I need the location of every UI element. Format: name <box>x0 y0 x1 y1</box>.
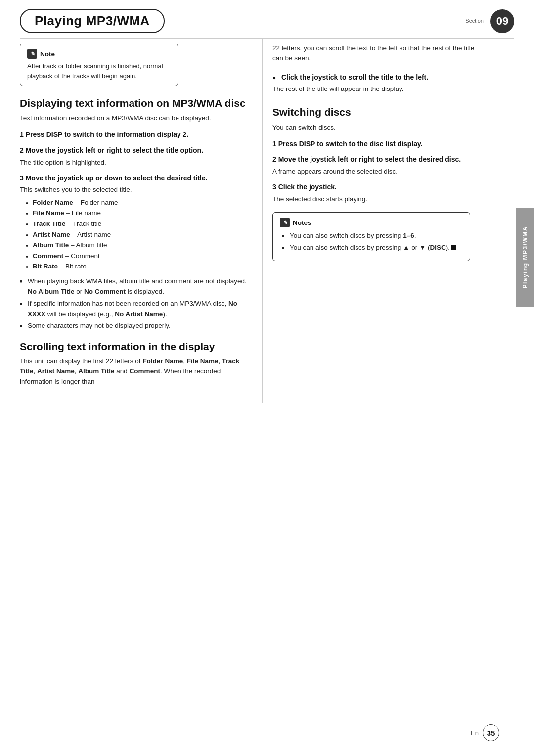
sidebar-tab-text: Playing MP3/WMA <box>522 226 529 289</box>
list-item: File Name – File name <box>26 208 247 219</box>
switching-section: Switching discs You can switch discs. 1 … <box>272 106 485 261</box>
notes-list: You can also switch discs by pressing 1–… <box>282 230 463 253</box>
note-header: ✎ Note <box>27 49 171 59</box>
sw-step2-heading: 2 Move the joystick left or right to sel… <box>272 155 485 165</box>
list-item: You can also switch discs by pressing 1–… <box>282 230 463 241</box>
list-item: Comment – Comment <box>26 251 247 262</box>
scrolling-heading: Scrolling text information in the displa… <box>20 340 247 353</box>
footer: En 35 <box>471 724 499 741</box>
sidebar-tab: Playing MP3/WMA <box>516 208 534 307</box>
list-item: Track Title – Track title <box>26 219 247 229</box>
title-box: Playing MP3/WMA <box>20 9 165 33</box>
footer-page-number: 35 <box>483 724 499 741</box>
note-label: Note <box>40 50 55 58</box>
header: Playing MP3/WMA Section 09 <box>0 0 534 33</box>
sw-step1-heading: 1 Press DISP to switch to the disc list … <box>272 139 485 149</box>
sw-step3-heading: 3 Click the joystick. <box>272 182 485 192</box>
switching-heading: Switching discs <box>272 106 485 118</box>
list-item: You can also switch discs by pressing ▲ … <box>282 242 463 253</box>
continuation-text: 22 letters, you can scroll the text to t… <box>272 44 485 64</box>
list-item: Some characters may not be displayed pro… <box>20 320 247 331</box>
step2-text: The title option is highlighted. <box>20 158 247 168</box>
notes-label: Notes <box>293 219 312 226</box>
main-content: ✎ Note After track or folder scanning is… <box>0 39 534 403</box>
list-item: When playing back WMA files, album title… <box>20 276 247 297</box>
section-number: 09 <box>490 9 514 33</box>
list-item: Artist Name – Artist name <box>26 229 247 240</box>
sw-step3-text: The selected disc starts playing. <box>272 194 485 204</box>
note-box: ✎ Note After track or folder scanning is… <box>20 44 178 86</box>
list-item: Bit Rate – Bit rate <box>26 261 247 272</box>
list-item: If specific information has not been rec… <box>20 298 247 319</box>
page-title: Playing MP3/WMA <box>35 13 150 28</box>
header-right: Section 09 <box>465 9 514 33</box>
note-text: After track or folder scanning is finish… <box>27 61 171 81</box>
notes-box: ✎ Notes You can also switch discs by pre… <box>272 212 470 261</box>
step1-heading: 1 Press DISP to switch to the informatio… <box>20 130 247 140</box>
left-column: ✎ Note After track or folder scanning is… <box>0 39 262 403</box>
page-container: Playing MP3/WMA Section 09 ✎ Note After … <box>0 0 534 756</box>
stop-icon <box>451 245 456 250</box>
note-icon: ✎ <box>27 49 37 59</box>
scrolling-intro: This unit can display the first 22 lette… <box>20 356 247 387</box>
switching-intro: You can switch discs. <box>272 123 485 133</box>
notes-icon: ✎ <box>280 218 290 227</box>
list-item: Folder Name – Folder name <box>26 197 247 208</box>
notes-header: ✎ Notes <box>280 218 463 227</box>
bullet-step-heading: Click the joystick to scroll the title t… <box>272 73 485 83</box>
bullet-step-text: The rest of the title will appear in the… <box>272 84 485 94</box>
square-bullet-list: When playing back WMA files, album title… <box>20 276 247 331</box>
section-label: Section <box>465 18 484 24</box>
bullet-list: Folder Name – Folder name File Name – Fi… <box>26 197 247 272</box>
step2-heading: 2 Move the joystick left or right to sel… <box>20 146 247 156</box>
scrolling-section: Scrolling text information in the displa… <box>20 340 247 387</box>
displaying-heading: Displaying text information on MP3/WMA d… <box>20 97 247 109</box>
step3-heading: 3 Move the joystick up or down to select… <box>20 174 247 183</box>
displaying-intro: Text information recorded on a MP3/WMA d… <box>20 113 247 123</box>
right-column: 22 letters, you can scroll the text to t… <box>263 39 495 403</box>
footer-en-label: En <box>471 729 479 737</box>
step3-text: This switches you to the selected title. <box>20 185 247 195</box>
sw-step2-text: A frame appears around the selected disc… <box>272 167 485 177</box>
list-item: Album Title – Album title <box>26 240 247 251</box>
displaying-section: Displaying text information on MP3/WMA d… <box>20 97 247 331</box>
